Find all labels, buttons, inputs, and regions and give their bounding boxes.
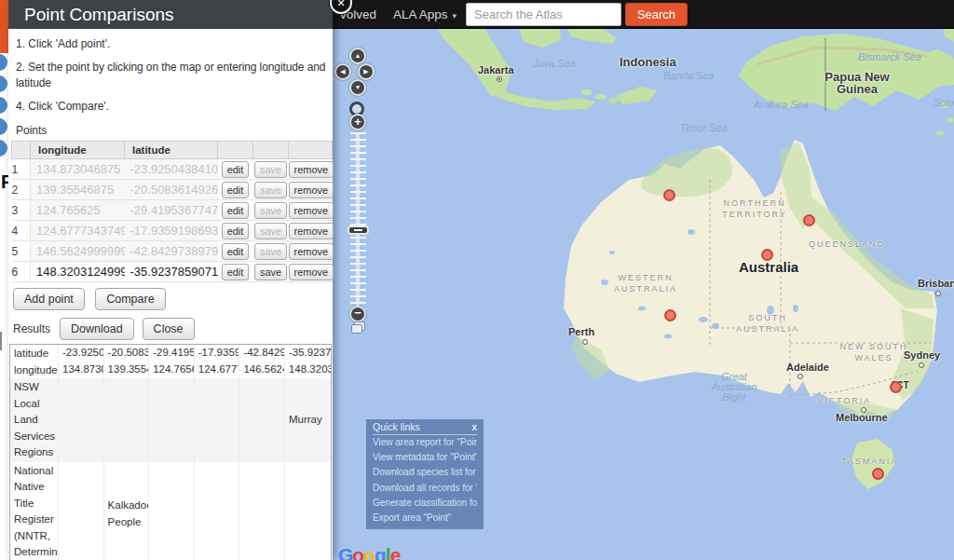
- results-cell: -42.84297: [239, 345, 285, 362]
- longitude-input[interactable]: [31, 263, 125, 281]
- latitude-input[interactable]: [125, 263, 218, 281]
- results-section-label: Results: [13, 322, 50, 335]
- add-point-button[interactable]: Add point: [13, 288, 85, 310]
- save-point-button[interactable]: save: [254, 243, 287, 260]
- remove-point-button[interactable]: remove: [289, 202, 334, 219]
- map-pan-down-button[interactable]: [349, 79, 366, 96]
- save-point-button[interactable]: save: [254, 161, 287, 178]
- city-dot-melbourne: [861, 407, 866, 413]
- remove-point-button[interactable]: remove: [289, 161, 334, 178]
- quick-link-metadata[interactable]: View metadata for "Point": [373, 450, 477, 465]
- edit-point-button[interactable]: edit: [222, 243, 250, 260]
- country-label-indonesia: Indonesia: [620, 55, 676, 69]
- results-cell: 134.87304: [59, 362, 104, 378]
- point-row-number: 6: [12, 262, 31, 282]
- points-header-latitude: latitude: [125, 142, 218, 159]
- map-marker[interactable]: [872, 468, 884, 480]
- map-zoom-slider-handle[interactable]: [348, 225, 369, 235]
- map-marker[interactable]: [664, 309, 676, 321]
- results-cell: Murray: [285, 378, 331, 462]
- results-row-label: NSW Local Land Services Regions: [10, 378, 59, 462]
- latitude-input[interactable]: [125, 222, 218, 240]
- map-marker[interactable]: [803, 214, 815, 226]
- quick-link-species-list[interactable]: Download species list for "Point": [373, 465, 477, 480]
- quick-links-title: Quick links: [373, 421, 420, 432]
- results-table: latitude -23.92504 -20.50836 -29.41953 -…: [9, 344, 332, 560]
- point-row-number: 1: [12, 159, 31, 180]
- remove-point-button[interactable]: remove: [289, 223, 334, 239]
- social-share-icon[interactable]: [0, 54, 7, 71]
- map-zoom-out-button[interactable]: [349, 306, 366, 322]
- results-cell: 146.56249: [239, 362, 285, 378]
- point-row-number: 2: [12, 180, 31, 200]
- social-share-icon[interactable]: [0, 140, 7, 157]
- map-marker[interactable]: [890, 381, 902, 393]
- results-row-label: longitude: [10, 362, 59, 378]
- results-row-nsw-lls: NSW Local Land Services Regions Murray: [10, 378, 331, 462]
- longitude-input[interactable]: [31, 201, 125, 220]
- city-label-jakarta: Jakarta: [478, 64, 514, 75]
- edit-point-button[interactable]: edit: [222, 223, 250, 239]
- city-label-sydney: Sydney: [904, 349, 940, 361]
- nav-item-ala-apps[interactable]: ALA Apps▾: [393, 0, 457, 31]
- background-header-fragment: [0, 0, 8, 53]
- remove-point-button[interactable]: remove: [289, 182, 334, 198]
- point-row-4: 4 edit save remove: [12, 221, 333, 241]
- sea-label-java-sea: Java Sea: [533, 58, 576, 69]
- edit-point-button[interactable]: edit: [222, 202, 250, 219]
- nav-item-label: ALA Apps: [393, 7, 448, 21]
- social-share-icon[interactable]: [0, 118, 7, 135]
- social-share-icon[interactable]: [0, 97, 7, 114]
- save-point-button[interactable]: save: [254, 264, 287, 280]
- results-cell: [195, 378, 240, 462]
- quick-links-close-icon[interactable]: x: [471, 422, 477, 432]
- latitude-input[interactable]: [125, 201, 218, 220]
- remove-point-button[interactable]: remove: [289, 264, 334, 280]
- remove-point-button[interactable]: remove: [289, 243, 334, 260]
- results-row-longitude: longitude 134.87304 139.35546 124.76562 …: [10, 362, 331, 378]
- longitude-input[interactable]: [31, 181, 125, 199]
- sea-label-bismarck-sea: Bismarck Sea: [858, 51, 921, 62]
- edit-point-button[interactable]: edit: [222, 182, 250, 198]
- results-cell: 124.76562: [149, 362, 195, 378]
- quick-link-classification[interactable]: Generate classification for "Point": [373, 496, 477, 511]
- search-button[interactable]: Search: [625, 3, 688, 26]
- points-header-longitude: longitude: [31, 142, 125, 159]
- map-pan-up-button[interactable]: [349, 48, 366, 64]
- quick-link-export-area[interactable]: Export area "Point": [373, 511, 477, 526]
- results-row-native-title: National Native Title Register (NNTR, De…: [10, 462, 331, 560]
- panel-header: Point Comparisons: [8, 0, 333, 29]
- google-logo-letter: e: [390, 544, 401, 560]
- map-canvas[interactable]: Java Sea Banda Sea Bismarck Sea Arafura …: [333, 29, 954, 560]
- edit-point-button[interactable]: edit: [222, 264, 250, 280]
- map-marker[interactable]: [663, 189, 675, 201]
- compare-button[interactable]: Compare: [95, 288, 165, 310]
- longitude-input[interactable]: [31, 222, 125, 240]
- longitude-input[interactable]: [31, 160, 125, 179]
- results-close-button[interactable]: Close: [143, 318, 195, 340]
- results-cell: [239, 378, 285, 462]
- quick-link-all-records[interactable]: Download all records for "Point": [373, 481, 477, 496]
- quick-link-area-report[interactable]: View area report for "Point": [373, 435, 477, 450]
- map-zoom-in-button[interactable]: [349, 114, 366, 130]
- points-header-blank: [218, 142, 253, 159]
- save-point-button[interactable]: save: [254, 223, 287, 239]
- longitude-input[interactable]: [31, 242, 125, 261]
- sea-label-banda-sea: Banda Sea: [663, 70, 714, 81]
- results-cell: -17.93591: [195, 345, 240, 362]
- save-point-button[interactable]: save: [254, 182, 287, 198]
- layer-switcher-icon[interactable]: [351, 321, 365, 334]
- map-pan-right-button[interactable]: [358, 63, 375, 80]
- social-share-icon[interactable]: [0, 75, 7, 92]
- latitude-input[interactable]: [125, 242, 218, 261]
- point-row-number: 4: [12, 221, 31, 241]
- download-button[interactable]: Download: [60, 318, 134, 340]
- edit-point-button[interactable]: edit: [222, 161, 250, 178]
- save-point-button[interactable]: save: [254, 202, 287, 219]
- search-input[interactable]: [466, 3, 621, 26]
- points-header-blank: [12, 142, 31, 159]
- map-pan-left-button[interactable]: [334, 63, 351, 80]
- latitude-input[interactable]: [125, 160, 218, 179]
- map-marker[interactable]: [761, 249, 773, 261]
- latitude-input[interactable]: [125, 181, 218, 199]
